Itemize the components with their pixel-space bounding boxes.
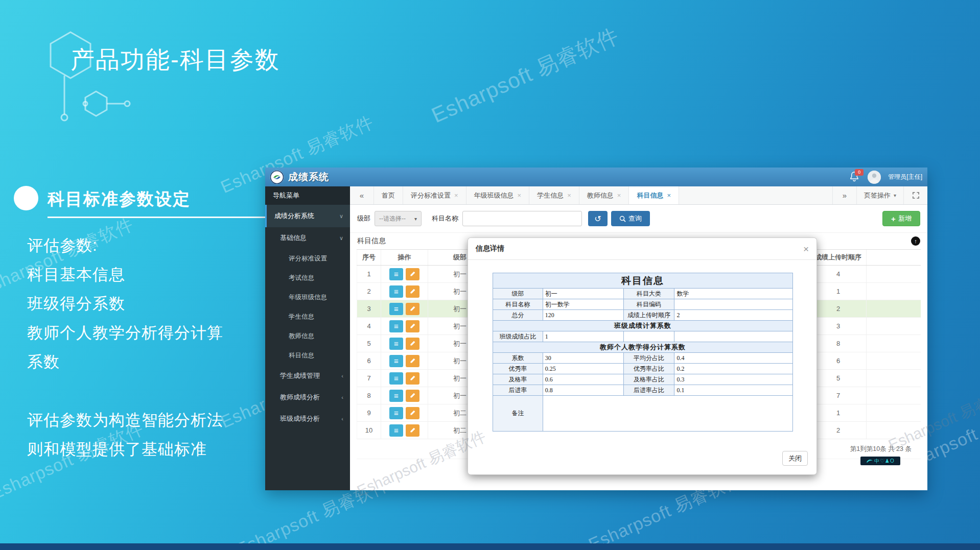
chevron-down-icon: ∨ xyxy=(339,213,343,220)
sidebar-item-exam-info[interactable]: 考试信息 xyxy=(265,268,350,288)
close-icon[interactable]: × xyxy=(667,192,671,199)
refresh-button[interactable]: ↺ xyxy=(588,211,608,226)
row-seq: 9 xyxy=(357,404,381,421)
subject-detail-table: 科目信息 级部 初一 科目大类 数学 科目名称 初一数学 科目编码 总分 120… xyxy=(493,273,793,432)
row-upload-order: 3 xyxy=(810,318,867,334)
col-action: 操作 xyxy=(381,250,428,265)
section-heading: 科目标准参数设定 xyxy=(48,188,191,211)
edit-button[interactable] xyxy=(406,372,419,385)
section-bullet xyxy=(14,186,38,210)
edit-button[interactable] xyxy=(406,303,419,315)
close-icon[interactable]: × xyxy=(617,192,621,199)
filter-bar: 级部 --请选择-- ▾ 科目名称 ↺ 查询 + 新增 xyxy=(350,205,927,233)
view-button[interactable]: ≡ xyxy=(389,320,403,332)
tab-home[interactable]: 首页 xyxy=(374,186,403,204)
edit-button[interactable] xyxy=(406,268,419,280)
view-button[interactable]: ≡ xyxy=(389,285,403,298)
body-line: 班级得分系数 xyxy=(27,289,223,318)
slide-body-text: 评估参数: 科目基本信息 班级得分系数 教师个人教学分析得分计算 系数 评估参数… xyxy=(27,231,223,464)
pagination-summary: 第1到第10条 共 23 条 xyxy=(850,445,912,453)
sidebar-item-grade-class-info[interactable]: 年级班级信息 xyxy=(265,288,350,307)
row-actions: ≡ xyxy=(381,422,428,439)
sidebar-item-teacher-score-analysis[interactable]: 教师成绩分析 ‹ xyxy=(265,387,350,408)
tab-scoring-standard[interactable]: 评分标准设置 × xyxy=(403,186,466,204)
view-button[interactable]: ≡ xyxy=(389,355,403,367)
tab-subject-info[interactable]: 科目信息 × xyxy=(629,186,679,204)
tabs-scroll-right-button[interactable]: » xyxy=(832,186,856,204)
app-logo-icon xyxy=(270,170,284,184)
chevron-down-icon: ∨ xyxy=(339,235,343,242)
row-actions: ≡ xyxy=(381,283,428,300)
row-actions: ≡ xyxy=(381,404,428,421)
sidebar-item-scoring-standard[interactable]: 评分标准设置 xyxy=(265,249,350,268)
sidebar-item-subject-info[interactable]: 科目信息 xyxy=(265,346,350,365)
body-line: 教师个人教学分析得分计算 xyxy=(27,318,223,347)
modal-close-button[interactable]: 关闭 xyxy=(782,451,808,466)
view-button[interactable]: ≡ xyxy=(389,338,403,350)
modal-header: 信息详情 × xyxy=(468,238,816,260)
row-upload-order: 2 xyxy=(810,300,867,317)
footer-logo-swoosh-icon xyxy=(866,459,873,464)
sidebar-item-teacher-info[interactable]: 教师信息 xyxy=(265,326,350,346)
close-icon[interactable]: × xyxy=(518,192,522,199)
view-button[interactable]: ≡ xyxy=(389,372,403,385)
sidebar-item-class-score-analysis[interactable]: 班级成绩分析 ‹ xyxy=(265,408,350,429)
search-button[interactable]: 查询 xyxy=(611,211,650,226)
chevron-left-icon: ‹ xyxy=(341,394,343,400)
close-icon[interactable]: × xyxy=(803,244,809,254)
col-seq: 序号 xyxy=(357,250,381,265)
view-button[interactable]: ≡ xyxy=(389,424,403,437)
tab-teacher-info[interactable]: 教师信息 × xyxy=(579,186,629,204)
subject-name-input[interactable] xyxy=(462,211,582,226)
view-button[interactable]: ≡ xyxy=(389,268,403,280)
view-button[interactable]: ≡ xyxy=(389,407,403,419)
body-line: 评估参数: xyxy=(27,231,223,260)
row-actions: ≡ xyxy=(381,266,428,282)
slide-bottom-bar xyxy=(0,543,980,550)
edit-button[interactable] xyxy=(406,424,419,437)
watermark: Esharpsoft 易睿软件 xyxy=(427,21,623,130)
row-seq: 6 xyxy=(357,352,381,369)
edit-button[interactable] xyxy=(406,320,419,332)
view-button[interactable]: ≡ xyxy=(389,303,403,315)
grade-select[interactable]: --请选择-- ▾ xyxy=(375,211,422,226)
row-seq: 7 xyxy=(357,370,381,387)
caret-down-icon: ▾ xyxy=(894,193,896,198)
sidebar-item-student-info[interactable]: 学生信息 xyxy=(265,307,350,326)
close-icon[interactable]: × xyxy=(454,192,458,199)
fullscreen-icon[interactable] xyxy=(903,186,927,204)
tabs-scroll-left-button[interactable]: « xyxy=(350,186,374,204)
row-actions: ≡ xyxy=(381,370,428,387)
sidebar-item-score-analysis-system[interactable]: 成绩分析系统 ∨ xyxy=(265,205,350,227)
collapse-icon[interactable]: ↑ xyxy=(911,236,920,246)
detail-modal: 信息详情 × 科目信息 级部 初一 科目大类 数学 科目名称 初一数学 科目编码… xyxy=(468,237,817,475)
page-title: 产品功能-科目参数 xyxy=(71,44,280,76)
tab-grade-class-info[interactable]: 年级班级信息 × xyxy=(466,186,530,204)
row-actions: ≡ xyxy=(381,318,428,334)
row-seq: 4 xyxy=(357,318,381,334)
edit-button[interactable] xyxy=(406,338,419,350)
edit-button[interactable] xyxy=(406,285,419,298)
user-menu[interactable]: 管理员[主任] xyxy=(888,173,922,181)
close-icon[interactable]: × xyxy=(567,192,571,199)
edit-button[interactable] xyxy=(406,407,419,419)
tab-student-info[interactable]: 学生信息 × xyxy=(529,186,579,204)
view-button[interactable]: ≡ xyxy=(389,390,403,402)
sidebar-item-student-score-mgmt[interactable]: 学生成绩管理 ‹ xyxy=(265,365,350,387)
edit-button[interactable] xyxy=(406,390,419,402)
row-upload-order: 7 xyxy=(810,387,867,404)
modal-title: 信息详情 xyxy=(476,244,504,253)
edit-button[interactable] xyxy=(406,355,419,367)
row-upload-order: 5 xyxy=(810,370,867,387)
notifications-bell-icon[interactable]: 0 xyxy=(849,171,860,183)
sidebar-item-basic-info[interactable]: 基础信息 ∨ xyxy=(265,227,350,249)
brand: 成绩系统 xyxy=(265,170,329,184)
row-upload-order: 1 xyxy=(810,283,867,300)
row-upload-order: 4 xyxy=(810,266,867,282)
sidebar-header: 导航菜单 xyxy=(265,186,350,205)
avatar[interactable] xyxy=(868,171,881,184)
add-button[interactable]: + 新增 xyxy=(882,211,920,226)
grade-label: 级部 xyxy=(357,214,370,223)
class-coef-section: 班级成绩计算系数 xyxy=(493,321,793,331)
tab-operations-dropdown[interactable]: 页签操作 ▾ xyxy=(856,186,903,204)
